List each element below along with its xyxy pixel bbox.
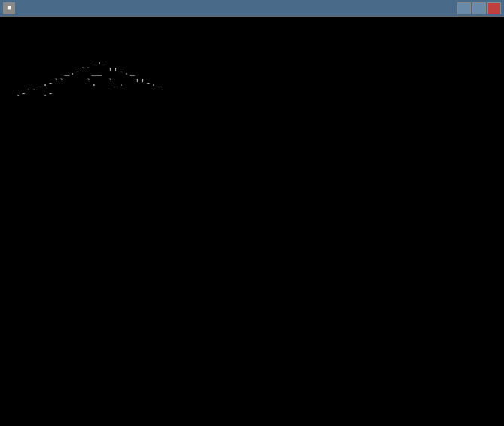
console-container: _._ _.-``__ ''-._ _.-`` `. `_. ''-._ .-`… <box>0 17 504 426</box>
line-blank2 <box>5 31 489 42</box>
titlebar: ■ <box>0 0 504 17</box>
redis-section: _._ _.-``__ ''-._ _.-`` `. `_. ''-._ .-`… <box>5 56 489 100</box>
window-controls[interactable] <box>457 2 501 14</box>
cmd-icon: ■ <box>3 2 15 14</box>
titlebar-left: ■ <box>3 2 18 14</box>
redis-ascii-art: _._ _.-``__ ''-._ _.-`` `. `_. ''-._ .-`… <box>5 56 379 100</box>
window: ■ _._ <box>0 0 504 426</box>
line-blank3 <box>5 42 489 53</box>
console: _._ _.-``__ ''-._ _.-`` `. `_. ''-._ .-`… <box>0 17 504 426</box>
close-button[interactable] <box>487 2 501 14</box>
maximize-button[interactable] <box>472 2 486 14</box>
line-blank1 <box>5 20 489 31</box>
minimize-button[interactable] <box>457 2 471 14</box>
